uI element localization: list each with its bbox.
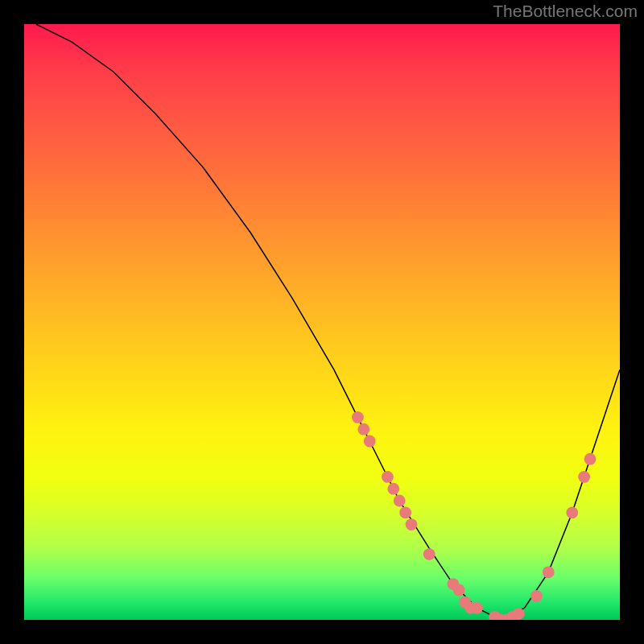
marker-dot: [352, 411, 364, 423]
marker-dot: [566, 506, 578, 518]
marker-dot: [471, 602, 483, 614]
marker-dot: [406, 518, 418, 530]
bottleneck-curve: [36, 24, 620, 620]
marker-dot: [453, 584, 465, 597]
marker-dot: [423, 548, 436, 560]
marker-dot: [543, 566, 555, 578]
marker-dot: [394, 495, 406, 507]
marker-dot: [578, 471, 590, 483]
marker-dot: [364, 436, 376, 448]
curve-markers: [352, 411, 596, 620]
marker-dot: [584, 453, 597, 465]
watermark-text: TheBottleneck.com: [493, 2, 638, 21]
marker-dot: [530, 590, 543, 602]
plot-area: [24, 24, 620, 620]
chart-container: TheBottleneck.com: [0, 0, 644, 644]
marker-dot: [357, 423, 369, 436]
marker-dot: [399, 506, 411, 518]
marker-dot: [513, 608, 525, 620]
chart-svg: [24, 24, 620, 620]
marker-dot: [382, 471, 394, 483]
marker-dot: [387, 483, 399, 495]
